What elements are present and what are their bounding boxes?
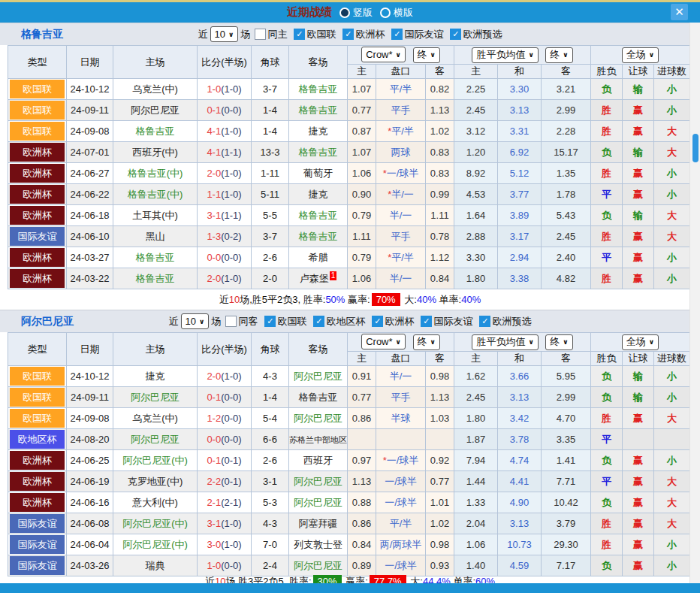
score-cell: 2-0(1-0) — [198, 163, 252, 184]
competition-checkbox-欧洲预选[interactable]: ✓ — [450, 29, 461, 40]
matches-label: 场 — [211, 315, 221, 328]
vertical-radio-label[interactable]: 竖版 — [353, 6, 373, 20]
competition-checkbox-欧地区杯[interactable]: ✓ — [313, 316, 324, 327]
handicap-result-value: 赢 — [633, 189, 643, 200]
scrollbar-thumb[interactable] — [692, 134, 698, 162]
crow-home-odds: 1.07 — [348, 79, 376, 100]
full-time-score: 0-1 — [207, 455, 221, 466]
horizontal-radio-label[interactable]: 横版 — [394, 6, 413, 20]
table-row: 欧洲杯24-03-22格鲁吉亚2-0(1-0)2-0卢森堡11.06半/一0.8… — [8, 268, 690, 289]
summary-segment: 50% — [325, 294, 345, 305]
goals-result: 小 — [654, 247, 690, 268]
crow-home-odds: 0.79 — [348, 247, 376, 268]
corner-count: 2-6 — [252, 450, 289, 471]
type-cell: 欧国联 — [8, 79, 67, 100]
home-team-name: 阿尔巴尼亚 — [131, 434, 180, 445]
goals-result: 大 — [654, 513, 690, 534]
half-time-score: (1-1) — [221, 210, 241, 221]
matches-count-select[interactable]: 10∨ — [210, 26, 239, 42]
odds-stage-select[interactable]: 终∨ — [413, 334, 440, 350]
match-result-value: 负 — [602, 392, 611, 403]
handicap-cell: 平手 — [376, 387, 426, 408]
bookmaker-select[interactable]: Crow*∨ — [361, 334, 406, 349]
half-time-score: (0-1) — [221, 455, 241, 466]
half-time-score: (0-0) — [221, 252, 241, 263]
competition-badge: 欧洲杯 — [10, 185, 65, 204]
competition-label: 国际友谊 — [404, 28, 443, 41]
sub-col-draw: 和 — [498, 352, 542, 366]
same-side-checkbox[interactable] — [225, 316, 237, 327]
avg-odds-select[interactable]: 胜平负均值∨ — [472, 334, 538, 350]
horizontal-radio[interactable] — [380, 8, 391, 18]
competition-badge: 欧国联 — [10, 122, 65, 141]
competition-checkbox-欧洲杯[interactable]: ✓ — [372, 316, 383, 327]
competition-checkbox-欧洲杯[interactable]: ✓ — [342, 29, 354, 40]
close-icon[interactable]: ✕ — [671, 4, 688, 20]
competition-checkbox-国际友谊[interactable]: ✓ — [421, 316, 432, 327]
goals-result: 大 — [654, 226, 690, 247]
match-result-value: 负 — [602, 455, 611, 466]
avg-win-odds: 3.30 — [454, 247, 498, 268]
match-result-value: 负 — [602, 210, 611, 221]
competition-badge: 欧洲杯 — [10, 248, 65, 267]
scrollbar-track[interactable] — [689, 23, 700, 583]
matches-count-select[interactable]: 10∨ — [181, 313, 210, 329]
avg-draw-odds: 10.73 — [498, 534, 542, 555]
crow-dropdown-cell: Crow*∨ 终∨ — [348, 333, 454, 352]
handicap-result: 赢 — [623, 471, 654, 492]
competition-checkbox-欧国联[interactable]: ✓ — [264, 316, 276, 327]
home-team-name: 西班牙(中) — [132, 147, 178, 158]
handicap-result-value: 赢 — [633, 168, 643, 179]
home-team: 格鲁吉亚(中) — [113, 184, 198, 205]
type-cell: 欧洲杯 — [8, 205, 67, 226]
home-team: 乌克兰(中) — [113, 408, 198, 429]
home-team-name: 阿尔巴尼亚 — [131, 104, 180, 116]
goals-result-value: 大 — [667, 231, 677, 242]
match-date: 24-06-04 — [67, 534, 113, 555]
summary-segment: 单率: — [436, 294, 461, 305]
competition-badge: 国际友谊 — [10, 514, 65, 533]
same-side-checkbox[interactable] — [255, 29, 266, 40]
corner-count: 4-3 — [252, 366, 289, 387]
corner-count: 5-4 — [252, 408, 289, 429]
bookmaker-select[interactable]: Crow*∨ — [361, 47, 406, 62]
home-team-name: 格鲁吉亚 — [136, 126, 175, 137]
away-team-name: 西班牙 — [303, 455, 333, 466]
match-scope-select[interactable]: 全场∨ — [622, 47, 659, 63]
competition-badge: 欧国联 — [10, 388, 65, 407]
competition-badge: 欧国联 — [10, 101, 65, 120]
competition-badge: 国际友谊 — [10, 227, 65, 246]
handicap-cell: 平/半 — [376, 513, 426, 534]
match-scope-select[interactable]: 全场∨ — [622, 334, 659, 350]
competition-checkbox-国际友谊[interactable]: ✓ — [391, 29, 403, 40]
away-team-name: 格鲁吉亚 — [299, 210, 338, 221]
match-result-value: 负 — [602, 147, 611, 158]
corner-count: 1-4 — [252, 100, 289, 121]
avg-stage-select[interactable]: 终∨ — [545, 334, 572, 350]
away-team: 苏格兰中部地区 — [289, 429, 348, 450]
handicap-cell: 一/球半 — [376, 492, 426, 513]
score-cell: 2-0(1-0) — [198, 366, 252, 387]
competition-checkbox-欧国联[interactable]: ✓ — [294, 29, 305, 40]
away-team: 格鲁吉亚 — [289, 226, 348, 247]
table-row: 国际友谊24-03-26瑞典1-0(0-0)2-4阿尔巴尼亚0.89一/球半0.… — [8, 555, 690, 576]
half-time-score: (1-0) — [221, 371, 241, 382]
home-team-name: 阿尔巴尼亚 — [131, 392, 180, 403]
handicap-result: 赢 — [623, 492, 654, 513]
handicap-result: 赢 — [623, 268, 654, 289]
match-date: 24-03-26 — [67, 555, 113, 576]
full-time-score: 4-1 — [207, 126, 221, 137]
home-team-name: 乌克兰(中) — [132, 83, 178, 95]
vertical-radio[interactable] — [339, 8, 350, 18]
table-row: 欧洲杯24-06-19克罗地亚(中)2-2(0-1)3-1阿尔巴尼亚1.13一/… — [8, 471, 690, 492]
handicap-result: 赢 — [623, 121, 654, 142]
competition-checkbox-欧洲预选[interactable]: ✓ — [479, 316, 490, 327]
away-team: 格鲁吉亚 — [289, 100, 348, 121]
avg-odds-select[interactable]: 胜平负均值∨ — [472, 47, 538, 63]
odds-stage-select[interactable]: 终∨ — [413, 47, 440, 63]
dialog-titlebar: 近期战绩 竖版 横版 ✕ — [0, 2, 700, 23]
avg-stage-select[interactable]: 终∨ — [545, 47, 572, 63]
crow-away-odds: 0.83 — [426, 163, 454, 184]
avg-lose-odds: 2.28 — [542, 121, 591, 142]
team-section: 格鲁吉亚 近10∨场同主✓欧国联✓欧洲杯✓国际友谊✓欧洲预选 类型 日期 主场 … — [0, 23, 700, 310]
